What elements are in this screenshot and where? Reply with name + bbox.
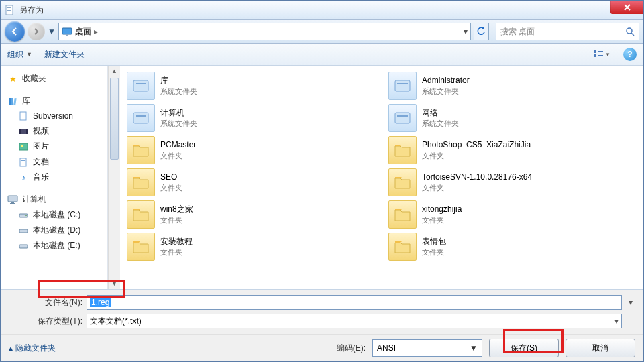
sidebar-item-pictures[interactable]: 图片	[3, 139, 105, 154]
help-button[interactable]: ?	[623, 48, 637, 61]
encoding-label: 编码(E):	[337, 343, 366, 354]
file-list[interactable]: 库系统文件夹计算机系统文件夹PCMaster文件夹SEO文件夹win8之家文件夹…	[120, 66, 643, 289]
new-folder-button[interactable]: 新建文件夹	[44, 49, 85, 60]
chevron-right-icon[interactable]: ▸	[94, 27, 98, 36]
svg-rect-25	[11, 202, 14, 203]
sidebar-computer[interactable]: 计算机	[3, 192, 105, 207]
svg-rect-32	[136, 83, 146, 84]
disk-icon	[18, 241, 29, 251]
list-item[interactable]: 网络系统文件夹	[382, 102, 643, 134]
view-mode-button[interactable]: ▼	[592, 46, 611, 62]
sidebar-item-subversion[interactable]: Subversion	[3, 109, 105, 123]
svg-rect-10	[598, 51, 603, 52]
search-input[interactable]: 搜索 桌面	[496, 23, 639, 40]
svg-rect-1	[7, 7, 11, 8]
scroll-up-icon[interactable]: ▲	[110, 66, 119, 76]
list-item[interactable]: PhotoShop_CS5_XiaZaiZhiJia文件夹	[382, 134, 643, 166]
list-item[interactable]: PCMaster文件夹	[120, 134, 382, 166]
sidebar-libraries[interactable]: 库	[3, 93, 105, 109]
svg-rect-29	[19, 229, 28, 233]
svg-rect-8	[594, 50, 596, 53]
sidebar-item-music[interactable]: ♪音乐	[3, 170, 105, 185]
titlebar: 另存为	[1, 1, 643, 20]
save-as-dialog: 另存为 ▼ 桌面 ▸ ▾ 搜索	[0, 0, 644, 362]
list-item[interactable]: TortoiseSVN-1.10.0.28176-x64文件夹	[382, 166, 643, 198]
refresh-button[interactable]	[474, 23, 489, 40]
encoding-combo[interactable]: ANSI ▼	[372, 339, 482, 357]
folder-icon	[127, 168, 155, 196]
sidebar-item-documents[interactable]: 文档	[3, 154, 105, 170]
dialog-footer: ▴ 隐藏文件夹 编码(E): ANSI ▼ 保存(S) 取消	[1, 334, 643, 361]
svg-rect-13	[11, 98, 13, 105]
sidebar-drive-c[interactable]: 本地磁盘 (C:)	[3, 207, 105, 223]
chevron-down-icon: ▾	[614, 316, 619, 326]
filename-dropdown[interactable]: ▾	[626, 298, 635, 307]
svg-rect-15	[20, 112, 26, 120]
picture-icon	[18, 141, 29, 152]
sidebar-drive-d[interactable]: 本地磁盘 (D:)	[3, 223, 105, 238]
list-item[interactable]: Administrator系统文件夹	[382, 70, 643, 102]
desktop-icon	[62, 26, 72, 37]
filename-input[interactable]: 1.reg	[87, 295, 622, 310]
window-title: 另存为	[19, 5, 643, 16]
folder-icon	[388, 233, 417, 261]
hide-folders-button[interactable]: ▴ 隐藏文件夹	[9, 343, 56, 354]
list-item[interactable]: 表情包文件夹	[382, 231, 643, 263]
file-browser: ★ 收藏夹 库 Subversion 视频 图片 文档 ♪音乐	[1, 66, 643, 289]
address-bar[interactable]: 桌面 ▸ ▾	[58, 23, 471, 40]
item-subtype: 文件夹	[160, 247, 193, 257]
svg-point-20	[21, 145, 23, 147]
sidebar-scrollbar[interactable]: ▲ ▼	[108, 66, 120, 289]
scroll-thumb[interactable]	[110, 78, 119, 160]
forward-button[interactable]	[28, 23, 45, 40]
filetype-combo[interactable]: 文本文档(*.txt) ▾	[87, 314, 622, 328]
svg-rect-37	[395, 113, 410, 123]
svg-rect-36	[397, 83, 408, 84]
nav-bar: ▼ 桌面 ▸ ▾ 搜索 桌面	[1, 20, 643, 44]
chevron-down-icon: ▼	[470, 343, 478, 353]
breadcrumb[interactable]: 桌面 ▸	[62, 26, 98, 38]
svg-rect-2	[7, 9, 11, 9]
item-subtype: 文件夹	[422, 151, 531, 160]
history-dropdown[interactable]: ▼	[48, 23, 56, 40]
svg-point-6	[627, 28, 632, 34]
svg-rect-5	[66, 34, 68, 36]
scroll-down-icon[interactable]: ▼	[110, 278, 119, 289]
item-name: PhotoShop_CS5_XiaZaiZhiJia	[422, 140, 531, 151]
save-form: 文件名(N): 1.reg ▾ 保存类型(T): 文本文档(*.txt) ▾	[1, 289, 643, 334]
folder-icon	[127, 233, 155, 261]
svg-rect-24	[8, 196, 17, 202]
folder-icon	[388, 200, 417, 229]
item-name: win8之家	[160, 204, 193, 215]
svg-rect-3	[7, 10, 11, 11]
close-button[interactable]	[610, 1, 643, 14]
svg-rect-4	[62, 28, 72, 34]
system-folder-icon	[388, 104, 417, 132]
back-button[interactable]	[5, 21, 25, 42]
item-subtype: 系统文件夹	[422, 119, 459, 128]
cancel-button[interactable]: 取消	[566, 339, 635, 357]
disk-icon	[18, 210, 29, 221]
item-subtype: 文件夹	[422, 215, 462, 225]
item-subtype: 系统文件夹	[160, 119, 197, 128]
item-name: SEO	[160, 172, 182, 183]
folder-icon	[388, 136, 417, 164]
sidebar-item-videos[interactable]: 视频	[3, 123, 105, 139]
address-dropdown[interactable]: ▾	[464, 27, 468, 36]
filetype-label: 保存类型(T):	[9, 316, 83, 327]
star-icon: ★	[7, 74, 18, 84]
video-icon	[18, 126, 29, 137]
list-item[interactable]: SEO文件夹	[120, 166, 382, 198]
list-item[interactable]: 安装教程文件夹	[120, 231, 382, 263]
sidebar-drive-e[interactable]: 本地磁盘 (E:)	[3, 238, 105, 253]
list-item[interactable]: win8之家文件夹	[120, 198, 382, 231]
list-item[interactable]: xitongzhijia文件夹	[382, 198, 643, 231]
list-item[interactable]: 库系统文件夹	[120, 70, 382, 102]
organize-button[interactable]: 组织 ▼	[7, 49, 32, 60]
svg-rect-35	[395, 80, 410, 91]
svg-rect-14	[13, 97, 17, 105]
item-subtype: 文件夹	[160, 151, 196, 160]
sidebar-favorites[interactable]: ★ 收藏夹	[3, 71, 105, 86]
list-item[interactable]: 计算机系统文件夹	[120, 102, 382, 134]
save-button[interactable]: 保存(S)	[489, 339, 559, 357]
